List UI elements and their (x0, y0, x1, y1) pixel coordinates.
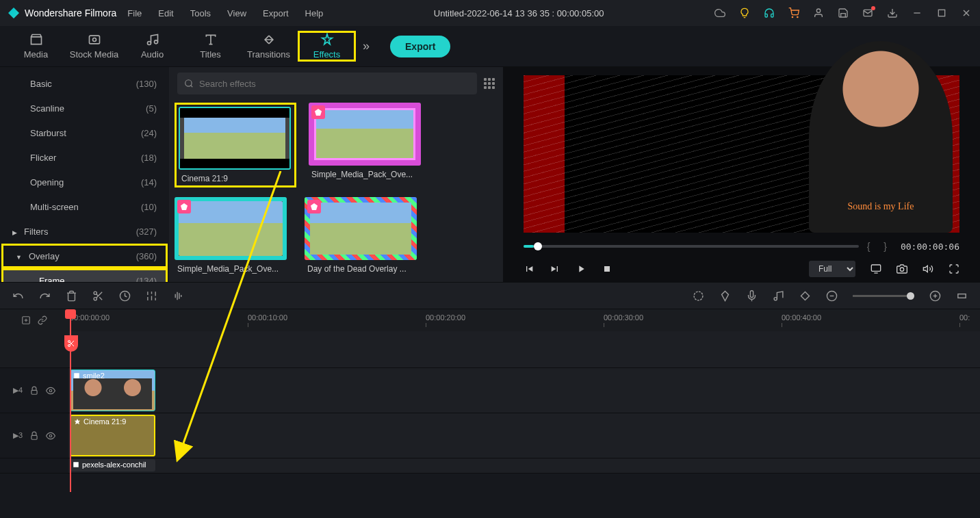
menu-help[interactable]: Help (305, 8, 324, 18)
workspace: Basic(130) Scanline(5) Starburst(24) Fli… (0, 67, 980, 282)
minimize-icon[interactable] (912, 8, 923, 18)
undo-icon[interactable] (12, 290, 24, 302)
snapshot-icon[interactable] (897, 263, 907, 274)
play-icon[interactable] (576, 263, 586, 274)
track-pexels[interactable]: pexels-alex-conchil (0, 458, 980, 474)
volume-icon[interactable] (923, 263, 933, 274)
eye-icon[interactable] (46, 386, 55, 396)
maximize-icon[interactable] (936, 8, 947, 18)
menu-tools[interactable]: Tools (190, 8, 211, 18)
fit-icon[interactable] (956, 290, 968, 302)
lock-icon[interactable] (29, 386, 39, 396)
tab-transitions[interactable]: Transitions (240, 33, 298, 60)
grid-view-icon[interactable] (484, 78, 495, 89)
add-track-icon[interactable] (21, 315, 31, 325)
premium-icon (311, 105, 325, 119)
search-box[interactable] (177, 73, 477, 94)
tab-stock-media[interactable]: Stock Media (65, 33, 123, 60)
menu-view[interactable]: View (227, 8, 246, 18)
download-icon[interactable] (887, 8, 898, 18)
preview-canvas[interactable] (524, 75, 959, 233)
menu-export[interactable]: Export (263, 8, 289, 18)
fullscreen-icon[interactable] (949, 263, 959, 274)
sidebar-item-opening[interactable]: Opening(14) (0, 170, 169, 194)
timeline-toolbar (0, 282, 980, 309)
next-frame-icon[interactable] (550, 263, 560, 274)
mail-icon[interactable] (862, 8, 873, 18)
marker-icon[interactable] (719, 290, 731, 302)
prev-frame-icon[interactable] (524, 263, 534, 274)
clip-pexels[interactable]: pexels-alex-conchil (70, 459, 155, 471)
svg-rect-53 (31, 390, 37, 394)
effect-simple-media-2[interactable]: Simple_Media_Pack_Ove... (175, 197, 292, 274)
playhead-scissors-icon[interactable] (64, 335, 78, 352)
effect-simple-media-1[interactable]: Simple_Media_Pack_Ove... (309, 103, 426, 187)
delete-icon[interactable] (66, 290, 77, 302)
close-icon[interactable] (961, 8, 972, 18)
sidebar-item-frame[interactable]: Frame(134) (1, 268, 168, 282)
sidebar-item-flicker[interactable]: Flicker(18) (0, 145, 169, 170)
effect-day-of-dead[interactable]: Day of the Dead Overlay ... (305, 197, 422, 274)
svg-rect-17 (871, 265, 880, 271)
lock-icon[interactable] (29, 431, 39, 441)
redo-icon[interactable] (39, 290, 51, 302)
cloud-icon[interactable] (714, 8, 725, 18)
search-input[interactable] (199, 79, 470, 89)
zoom-out-icon[interactable] (826, 290, 838, 302)
scrub-bar[interactable] (524, 245, 859, 248)
zoom-slider[interactable] (853, 295, 914, 297)
cut-icon[interactable] (92, 290, 104, 302)
quality-select[interactable]: Full (809, 261, 855, 277)
render-icon[interactable] (693, 290, 704, 302)
sidebar-item-filters[interactable]: ▶Filters(327) (0, 219, 169, 244)
clip-cinema-219[interactable]: Cinema 21:9 (70, 415, 155, 456)
tracks: ▶4 smile2 ▶3 Cinema 21:9 (0, 331, 980, 474)
tab-media[interactable]: Media (7, 33, 65, 60)
svg-marker-20 (923, 266, 927, 272)
more-tabs-icon[interactable]: » (363, 39, 370, 53)
premium-icon (177, 200, 191, 213)
headphones-icon[interactable] (764, 8, 775, 18)
bulb-icon[interactable] (739, 8, 750, 18)
effects-browser: Cinema 21:9 Simple_Media_Pack_Ove... Sim… (169, 67, 503, 282)
tab-titles[interactable]: Titles (181, 33, 240, 60)
menu-bar: File Edit Tools View Export Help (127, 8, 323, 18)
save-icon[interactable] (838, 8, 849, 18)
tab-effects[interactable]: Effects (298, 31, 356, 62)
cart-icon[interactable] (788, 8, 799, 18)
main-tabs: Media Stock Media Audio Titles Transitio… (0, 26, 980, 67)
speed-icon[interactable] (119, 290, 131, 302)
link-icon[interactable] (38, 315, 47, 325)
keyframe-icon[interactable] (799, 290, 811, 302)
user-icon[interactable] (813, 8, 824, 18)
menu-edit[interactable]: Edit (158, 8, 173, 18)
svg-rect-5 (938, 10, 944, 16)
effect-cinema-219[interactable]: Cinema 21:9 (175, 103, 296, 187)
eye-icon[interactable] (46, 431, 55, 441)
sidebar-item-basic[interactable]: Basic(130) (0, 71, 169, 96)
export-button[interactable]: Export (390, 36, 450, 57)
track-gap (0, 331, 980, 368)
timeline-ruler[interactable]: 00:00:00:00 00:00:10:00 00:00:20:00 00:0… (0, 309, 980, 331)
sidebar-item-starburst[interactable]: Starburst(24) (0, 120, 169, 145)
tab-audio[interactable]: Audio (123, 33, 181, 60)
mic-icon[interactable] (746, 290, 758, 302)
mark-in-out-icon[interactable]: { } (867, 241, 892, 252)
svg-rect-39 (801, 292, 809, 300)
sidebar-item-overlay[interactable]: ▼Overlay(360) (1, 244, 168, 268)
svg-point-14 (185, 80, 192, 86)
stop-icon[interactable] (602, 263, 612, 274)
menu-file[interactable]: File (127, 8, 142, 18)
track-4[interactable]: ▶4 smile2 (0, 368, 980, 413)
display-icon[interactable] (871, 263, 881, 274)
adjust-icon[interactable] (146, 290, 157, 302)
track-3[interactable]: ▶3 Cinema 21:9 (0, 413, 980, 458)
zoom-in-icon[interactable] (929, 290, 941, 302)
ruler-scale[interactable]: 00:00:00:00 00:00:10:00 00:00:20:00 00:0… (68, 309, 980, 331)
sidebar-item-multiscreen[interactable]: Multi-screen(10) (0, 194, 169, 219)
clip-smile2[interactable]: smile2 (70, 370, 155, 411)
audio-wave-icon[interactable] (172, 290, 184, 302)
preview-panel: { } 00:00:00:06 Full (503, 67, 980, 282)
music-icon[interactable] (773, 290, 784, 302)
sidebar-item-scanline[interactable]: Scanline(5) (0, 96, 169, 120)
